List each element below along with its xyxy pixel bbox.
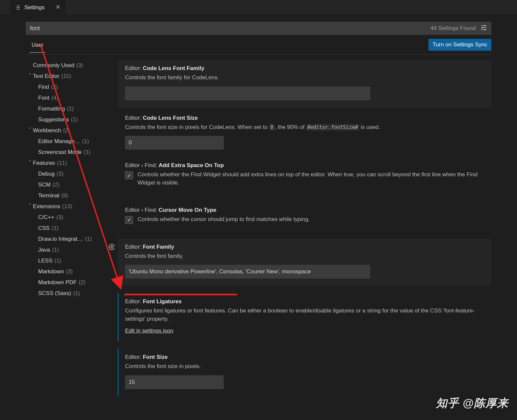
toc-item-label: Workbench	[33, 127, 61, 134]
chevron-down-icon: ›	[28, 128, 33, 134]
tab-bar: Settings	[0, 0, 517, 14]
toc-item-label: Suggestions	[38, 116, 69, 123]
toc-item-count: (3)	[76, 62, 83, 69]
toc-item-count: (6)	[61, 192, 68, 199]
toc-item[interactable]: ›Workbench(2)	[26, 125, 115, 136]
setting-scope: Editor › Find:	[125, 162, 157, 168]
toc-item-label: Terminal	[38, 192, 59, 199]
toc-item-label: Debug	[38, 171, 55, 177]
setting-scope: Editor:	[125, 115, 141, 121]
toc-item-count: (3)	[56, 214, 63, 221]
setting-name: Add Extra Space On Top	[159, 162, 224, 168]
setting-desc: Controls the font family.	[125, 252, 484, 260]
find-extra-space-checkbox[interactable]: ✓	[125, 171, 133, 179]
settings-list: Editor: Code Lens Font Family Controls t…	[118, 60, 491, 420]
toc-item-count: (1)	[84, 149, 90, 156]
setting-code-lens-font-size: Editor: Code Lens Font Size Controls the…	[118, 115, 491, 150]
setting-scope: Editor:	[125, 298, 141, 305]
settings-toc: Commonly Used(3)›Text Editor(15)Find(2)F…	[26, 60, 118, 420]
setting-desc: Controls the font family for CodeLens.	[125, 74, 484, 82]
user-scope-tab[interactable]: User	[30, 37, 45, 53]
settings-tab-label: Settings	[24, 4, 44, 11]
close-icon[interactable]	[56, 4, 60, 11]
toc-item-count: (15)	[61, 73, 71, 80]
setting-name: Code Lens Font Size	[143, 115, 198, 121]
toc-item-label: Markdown	[38, 268, 64, 275]
setting-scope: Editor:	[125, 244, 141, 250]
setting-font-size: Editor: Font Size Controls the font size…	[118, 349, 491, 396]
edit-in-settings-json-link[interactable]: Edit in settings.json	[125, 328, 173, 334]
filter-icon[interactable]	[480, 24, 487, 33]
toc-item[interactable]: Terminal(6)	[26, 190, 115, 201]
setting-desc: Controls whether the cursor should jump …	[138, 215, 310, 224]
setting-code-lens-font-family: Editor: Code Lens Font Family Controls t…	[118, 60, 491, 108]
setting-font-family: Editor: Font Family Controls the font fa…	[118, 238, 491, 286]
toc-item-count: (1)	[67, 106, 74, 112]
settings-tab[interactable]: Settings	[10, 0, 65, 14]
code-lens-font-size-input[interactable]	[125, 136, 224, 150]
svg-point-1	[482, 27, 483, 28]
toc-item-count: (3)	[66, 268, 73, 275]
setting-name: Font Ligatures	[143, 298, 182, 305]
toc-item-count: (4)	[51, 95, 58, 101]
toc-item-count: (2)	[51, 84, 58, 90]
search-input[interactable]	[30, 25, 430, 32]
code-lens-font-family-input[interactable]	[125, 86, 370, 100]
toc-item[interactable]: Find(2)	[26, 82, 115, 92]
toc-item-count: (1)	[71, 116, 78, 123]
toc-item[interactable]: Draw.io Integrat…(1)	[26, 234, 115, 244]
toc-item[interactable]: Suggestions(1)	[26, 114, 115, 125]
toc-item-label: Java	[38, 247, 50, 253]
toc-item-count: (2)	[79, 279, 86, 286]
toc-item[interactable]: Font(4)	[26, 92, 115, 103]
toc-item[interactable]: Screencast Mode(1)	[26, 147, 115, 158]
font-size-input[interactable]	[125, 375, 224, 389]
toc-item[interactable]: ›Features(11)	[26, 158, 115, 168]
toc-item-label: Extensions	[33, 203, 60, 210]
setting-name: Font Family	[143, 244, 174, 250]
chevron-down-icon: ›	[28, 73, 33, 79]
settings-scope-row: User Turn on Settings Sync	[26, 35, 491, 55]
toc-item[interactable]: ›Extensions(13)	[26, 201, 115, 212]
toc-item-label: Text Editor	[33, 73, 59, 80]
toc-item[interactable]: Commonly Used(3)	[26, 60, 115, 71]
toc-item[interactable]: CSS(1)	[26, 223, 115, 234]
toc-item[interactable]: C/C++(3)	[26, 212, 115, 223]
watermark: 知乎 @陈厚来	[436, 396, 508, 411]
setting-desc: Controls whether the Find Widget should …	[138, 171, 484, 187]
toc-item[interactable]: SCSS (Sass)(1)	[26, 288, 115, 299]
toc-item[interactable]: Java(1)	[26, 244, 115, 255]
setting-scope: Editor:	[125, 354, 141, 360]
toc-item[interactable]: Editor Manage…(1)	[26, 136, 115, 147]
settings-sync-button[interactable]: Turn on Settings Sync	[428, 39, 491, 51]
svg-point-0	[484, 25, 486, 26]
setting-scope: Editor:	[125, 65, 141, 71]
svg-point-3	[111, 246, 113, 248]
toc-item[interactable]: Markdown(3)	[26, 266, 115, 277]
toc-item-label: Find	[38, 84, 49, 90]
toc-item[interactable]: Formatting(1)	[26, 103, 115, 114]
setting-find-extra-space: Editor › Find: Add Extra Space On Top ✓ …	[118, 157, 491, 194]
toc-item[interactable]: LESS(1)	[26, 255, 115, 266]
toc-item[interactable]: ›Text Editor(15)	[26, 71, 115, 82]
find-cursor-move-checkbox[interactable]: ✓	[125, 216, 133, 224]
setting-name: Font Size	[143, 354, 168, 360]
toc-item[interactable]: SCM(2)	[26, 179, 115, 190]
toc-item[interactable]: Markdown PDF(2)	[26, 277, 115, 288]
setting-scope: Editor › Find:	[125, 207, 157, 213]
toc-item-label: Screencast Mode	[38, 149, 82, 156]
search-results-count: 44 Settings Found	[430, 25, 476, 32]
toc-item-count: (2)	[63, 127, 70, 134]
toc-item-label: Draw.io Integrat…	[38, 236, 83, 242]
toc-item-label: Commonly Used	[33, 62, 74, 69]
font-family-input[interactable]	[125, 265, 370, 279]
toc-item[interactable]: Debug(3)	[26, 168, 115, 179]
toc-item-label: Font	[38, 95, 49, 101]
toc-item-label: LESS	[38, 258, 52, 264]
toc-item-label: Formatting	[38, 106, 65, 112]
settings-content: Commonly Used(3)›Text Editor(15)Find(2)F…	[26, 60, 491, 420]
toc-item-label: SCSS (Sass)	[38, 290, 71, 297]
toc-item-count: (3)	[57, 171, 64, 177]
gear-icon[interactable]	[109, 244, 115, 252]
toc-item-count: (1)	[85, 236, 92, 242]
